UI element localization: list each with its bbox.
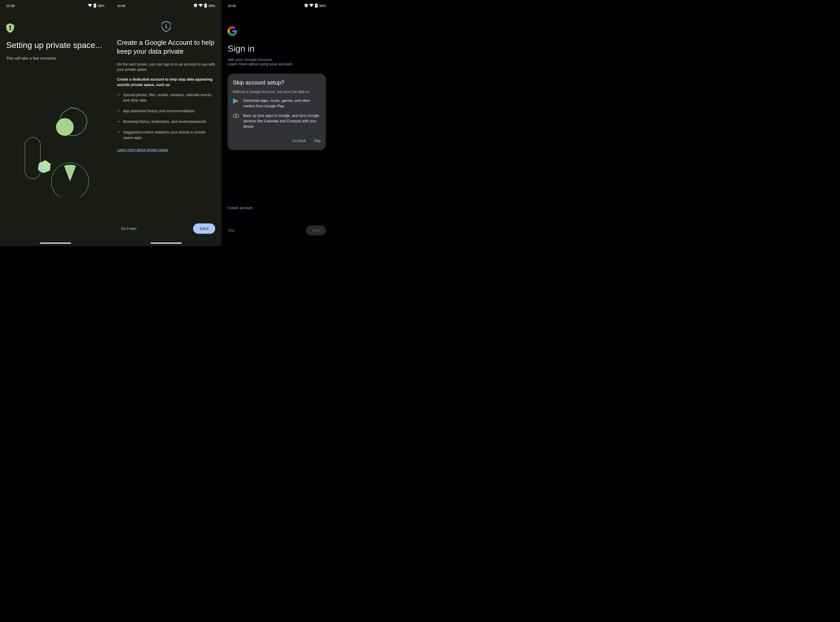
page-title: Setting up private space... [6, 40, 104, 50]
svg-rect-6 [25, 137, 40, 179]
page-title: Create a Google Account to help keep you… [117, 38, 215, 56]
learn-more-link[interactable]: Learn more about private space [117, 148, 168, 152]
skip-bottom-button[interactable]: Skip [228, 228, 235, 232]
status-bar: 10:40 98% [117, 0, 215, 11]
modal-item-text: Back up your apps to Google, and sync Go… [243, 113, 321, 129]
play-store-icon [233, 98, 239, 105]
shield-info-icon [117, 21, 215, 32]
list-item: App download history and recommendations [117, 108, 215, 114]
shield-key-icon [6, 23, 104, 34]
private-lock-icon [305, 4, 308, 8]
bottom-bar: Do it later Got it [117, 223, 215, 234]
skip-account-modal: Skip account setup? Without a Google Acc… [228, 73, 326, 150]
modal-item: Back up your apps to Google, and sync Go… [233, 113, 321, 129]
nav-handle[interactable] [151, 242, 182, 244]
svg-rect-13 [166, 25, 166, 29]
svg-rect-15 [306, 5, 306, 6]
svg-rect-9 [195, 5, 195, 6]
battery-icon [315, 3, 318, 8]
skip-button[interactable]: Skip [314, 139, 321, 143]
wifi-icon [309, 4, 313, 8]
status-time: 10:40 [228, 4, 236, 8]
create-account-link[interactable]: Create account [228, 206, 252, 210]
battery-icon [93, 3, 96, 8]
list-item: Browsing history, bookmarks, and saved p… [117, 119, 215, 124]
modal-item-text: Download apps, music, games, and other c… [243, 98, 321, 109]
svg-rect-4 [9, 29, 11, 30]
battery-icon [204, 3, 207, 8]
modal-title: Skip account setup? [233, 79, 321, 86]
next-button[interactable]: Next [306, 226, 326, 235]
status-bar: 10:40 98% [228, 0, 326, 11]
screen-sign-in: 10:40 98% Sign in with your Google Accou… [221, 0, 332, 246]
status-bar: 10:39 98% [6, 0, 104, 11]
cloud-backup-icon [233, 113, 239, 119]
svg-rect-16 [316, 3, 317, 4]
wifi-icon [199, 4, 203, 8]
page-description: On the next screen, you can sign in to a… [117, 62, 215, 72]
nav-handle[interactable] [40, 242, 71, 244]
battery-percent: 98% [98, 4, 104, 8]
learn-more-link[interactable]: Learn more about using your account [228, 62, 292, 66]
go-back-button[interactable]: Go back [292, 139, 306, 143]
page-subtitle: This will take a few moments [6, 56, 104, 60]
status-icons: 98% [305, 3, 326, 8]
bullet-list: Synced photos, files, emails, contacts, … [117, 92, 215, 140]
bottom-bar: Skip Next [228, 226, 326, 235]
status-icons: 98% [194, 3, 215, 8]
status-icons: 98% [88, 3, 104, 8]
page-subtitle: with your Google Account. [228, 57, 326, 62]
status-time: 10:39 [6, 4, 15, 8]
setup-illustration [21, 104, 93, 197]
modal-item: Download apps, music, games, and other c… [233, 98, 321, 109]
got-it-button[interactable]: Got it [193, 223, 215, 234]
battery-percent: 98% [319, 4, 326, 8]
screen-create-account-prompt: 10:40 98% Create a Google Account to hel… [111, 0, 221, 246]
list-item: Suggested content related to your activi… [117, 130, 215, 140]
modal-subtitle: Without a Google Account, you won't be a… [233, 90, 321, 94]
battery-percent: 98% [208, 4, 215, 8]
private-lock-icon [194, 4, 197, 8]
status-time: 10:40 [117, 4, 125, 8]
page-title: Sign in [228, 44, 326, 53]
svg-point-12 [166, 24, 167, 25]
svg-point-5 [56, 118, 73, 136]
svg-rect-10 [205, 3, 206, 4]
do-it-later-button[interactable]: Do it later [117, 227, 137, 231]
google-logo-icon [228, 26, 326, 37]
bold-intro: Create a dedicated account to help stop … [117, 77, 215, 88]
screen-setup-private-space: 10:39 98% Setting up private space... Th… [0, 0, 111, 246]
list-item: Synced photos, files, emails, contacts, … [117, 92, 215, 103]
modal-buttons: Go back Skip [233, 139, 321, 143]
svg-rect-0 [95, 3, 95, 4]
wifi-icon [88, 4, 92, 8]
